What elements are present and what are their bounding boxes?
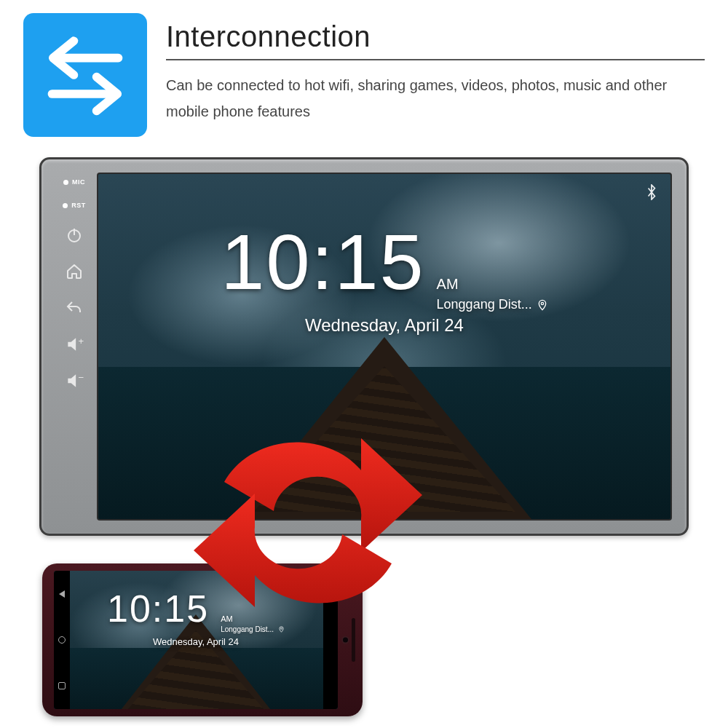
volume-up-button[interactable]: + [64,334,84,355]
volume-down-button[interactable]: − [64,371,84,391]
power-button[interactable] [64,225,84,245]
phone-front-camera [341,636,349,644]
svg-point-7 [281,628,282,629]
clock-date: Wednesday, April 24 [98,315,670,336]
feature-header: Interconnection Can be connected to hot … [23,13,705,137]
feature-title: Interconnection [166,20,705,53]
reset-pinhole[interactable]: RST [63,202,86,209]
bluetooth-icon [646,184,657,203]
phone-speaker-grille [352,618,355,662]
phone-clock-location: Longgang Dist... [221,625,274,633]
home-button[interactable] [64,261,84,282]
location-pin-icon [537,298,548,312]
headunit-button-column: MIC RST + − [52,173,97,521]
title-divider [166,59,705,60]
feature-description: Can be connected to hot wifi, sharing ga… [166,72,705,124]
clock-location: Longgang Dist... [437,297,532,312]
sync-arrows-icon [188,425,428,620]
svg-text:+: + [78,336,84,347]
phone-location-pin-icon [278,625,285,633]
mic-label: MIC [72,178,85,186]
svg-point-6 [541,302,543,304]
clock-widget: 10:15 AM Longgang Dist... Wednesday, Apr… [98,216,670,336]
svg-text:−: − [78,372,84,383]
back-button[interactable] [64,298,84,318]
interconnection-icon [23,13,147,137]
clock-ampm: AM [437,276,459,293]
header-text-block: Interconnection Can be connected to hot … [166,13,705,124]
mic-pinhole[interactable]: MIC [63,178,85,186]
clock-time: 10:15 [221,216,424,307]
phone-clock-date: Wednesday, April 24 [54,636,338,647]
rst-label: RST [71,202,86,209]
nav-recents-icon[interactable] [58,682,66,689]
